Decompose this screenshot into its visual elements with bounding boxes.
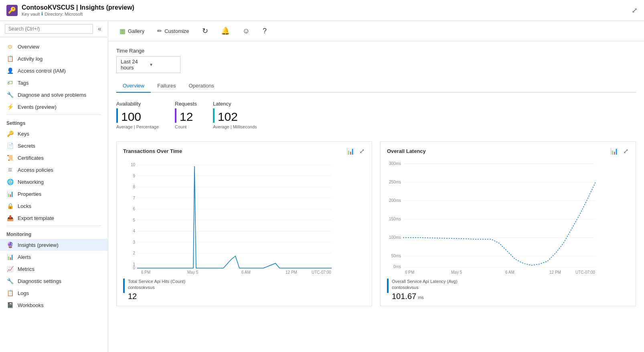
sidebar-collapse-button[interactable]: « (96, 24, 103, 33)
sidebar-item-access-control[interactable]: 👤 Access control (IAM) (0, 65, 108, 77)
sidebar-item-certificates[interactable]: 📜 Certificates (0, 152, 108, 164)
requests-sub: Count (175, 124, 197, 129)
sidebar-label-logs: Logs (18, 290, 29, 296)
sidebar-label-overview: Overview (18, 44, 39, 50)
latency-legend: Overall Service Api Latency (Avg) contos… (387, 279, 629, 301)
charts-row: Transactions Over Time 📊 ⤢ 10 9 8 7 (116, 141, 636, 306)
gallery-button[interactable]: ▦ Gallery (116, 26, 148, 37)
sidebar-label-diagnostic-settings: Diagnostic settings (18, 278, 61, 284)
header: 🔑 ContosoKVSCUS | Insights (preview) Key… (0, 0, 644, 21)
svg-text:100ms: 100ms (389, 235, 401, 240)
availability-sub: Average | Percentage (116, 124, 159, 129)
sidebar-item-properties[interactable]: 📊 Properties (0, 188, 108, 200)
transactions-metrics-button[interactable]: 📊 (346, 146, 355, 156)
certificates-icon: 📜 (6, 154, 14, 161)
requests-bar (175, 108, 176, 123)
gallery-grid-icon: ▦ (119, 27, 126, 35)
latency-chart-footer: Overall Service Api Latency (Avg) contos… (387, 279, 629, 301)
diagnose-icon: 🔧 (6, 91, 14, 98)
time-range-dropdown[interactable]: Last 24 hours ▾ (116, 56, 180, 73)
keyvault-logo-icon: 🔑 (6, 5, 18, 16)
transactions-legend-label: Total Service Api Hits (Count) (128, 279, 185, 285)
sidebar-item-access-policies[interactable]: ≡ Access policies (0, 164, 108, 176)
sidebar-item-diagnostic-settings[interactable]: 🔧 Diagnostic settings (0, 275, 108, 287)
metric-requests: Requests 12 Count (175, 101, 197, 129)
sidebar-label-events: Events (preview) (18, 104, 57, 110)
pin-button[interactable]: ⤢ (632, 6, 638, 15)
workbooks-icon: 📓 (6, 301, 14, 309)
header-subtitle: Key vault ℹ Directory: Microsoft (22, 11, 134, 16)
logs-icon: 📋 (6, 289, 14, 297)
sidebar-item-insights[interactable]: 🔮 Insights (preview) (0, 239, 108, 251)
content-toolbar: ▦ Gallery ✏ Customize ↻ 🔔 ☺ ? (108, 21, 644, 41)
metrics-icon: 📈 (6, 265, 14, 273)
transactions-legend: Total Service Api Hits (Count) contosokv… (123, 279, 365, 301)
svg-text:12 PM: 12 PM (549, 270, 561, 275)
help-button[interactable]: ? (259, 25, 270, 37)
latency-pin-button[interactable]: ⤢ (622, 146, 629, 156)
notification-button[interactable]: 🔔 (218, 25, 233, 37)
refresh-button[interactable]: ↻ (199, 25, 211, 37)
sidebar-label-keys: Keys (18, 131, 29, 137)
sidebar-item-alerts[interactable]: 📊 Alerts (0, 251, 108, 263)
latency-bar (213, 108, 215, 123)
svg-text:6 AM: 6 AM (241, 270, 251, 275)
sidebar-item-export-template[interactable]: 📤 Export template (0, 212, 108, 224)
sidebar-item-metrics[interactable]: 📈 Metrics (0, 263, 108, 275)
transactions-legend-info: Total Service Api Hits (Count) contosokv… (128, 279, 185, 301)
sidebar-item-events[interactable]: ⚡ Events (preview) (0, 101, 108, 113)
transactions-legend-sub: contosokvsus (128, 285, 185, 291)
availability-value-row: 100 (116, 108, 159, 123)
transactions-chart-actions: 📊 ⤢ (346, 146, 365, 156)
svg-text:5: 5 (133, 218, 135, 222)
search-input[interactable] (5, 24, 93, 34)
sidebar-item-secrets[interactable]: 📄 Secrets (0, 140, 108, 152)
transactions-chart-panel: Transactions Over Time 📊 ⤢ 10 9 8 7 (116, 141, 372, 306)
tab-operations[interactable]: Operations (182, 79, 221, 93)
refresh-icon: ↻ (202, 26, 208, 35)
sidebar-label-diagnose: Diagnose and solve problems (18, 92, 86, 98)
transactions-chart-svg-wrapper: 10 9 8 7 6 5 4 3 2 1 0 (123, 159, 365, 275)
latency-value: 102 (218, 111, 238, 123)
latency-chart-svg: 300ms 250ms 200ms 150ms 100ms 50ms 0ms (387, 159, 599, 275)
sidebar-item-tags[interactable]: 🏷 Tags (0, 77, 108, 89)
sidebar-item-keys[interactable]: 🔑 Keys (0, 128, 108, 140)
latency-chart-actions: 📊 ⤢ (610, 146, 629, 156)
overview-icon: ⊙ (6, 43, 14, 50)
transactions-chart-title: Transactions Over Time (123, 148, 182, 154)
activity-log-icon: 📋 (6, 55, 14, 62)
svg-text:0: 0 (133, 266, 135, 270)
latency-metrics-button[interactable]: 📊 (610, 146, 619, 156)
requests-value: 12 (180, 111, 193, 123)
svg-text:6 PM: 6 PM (141, 270, 150, 275)
sidebar-nav: ⊙ Overview 📋 Activity log 👤 Access contr… (0, 37, 108, 352)
transactions-chart-header: Transactions Over Time 📊 ⤢ (123, 146, 365, 156)
tab-failures[interactable]: Failures (151, 79, 182, 93)
latency-chart-title: Overall Latency (387, 148, 426, 154)
sidebar-item-activity-log[interactable]: 📋 Activity log (0, 53, 108, 65)
svg-text:300ms: 300ms (389, 161, 401, 166)
latency-label: Latency (213, 101, 257, 107)
vault-label: Key vault (22, 12, 40, 16)
svg-text:12 PM: 12 PM (286, 270, 297, 275)
sidebar-label-access-control: Access control (IAM) (18, 68, 66, 74)
feedback-button[interactable]: ☺ (239, 25, 253, 37)
sidebar-label-networking: Networking (18, 179, 44, 185)
sidebar-item-diagnose[interactable]: 🔧 Diagnose and solve problems (0, 89, 108, 101)
sidebar-item-locks[interactable]: 🔒 Locks (0, 200, 108, 212)
access-policies-icon: ≡ (6, 166, 14, 173)
transactions-legend-bar (123, 279, 125, 293)
svg-text:3: 3 (133, 240, 135, 244)
svg-text:50ms: 50ms (391, 254, 401, 258)
sidebar-item-overview[interactable]: ⊙ Overview (0, 41, 108, 53)
sidebar-item-workbooks[interactable]: 📓 Workbooks (0, 299, 108, 311)
latency-legend-value: 101.67 (392, 292, 416, 301)
customize-button[interactable]: ✏ Customize (154, 26, 192, 36)
export-template-icon: 📤 (6, 214, 14, 222)
time-range-section: Time Range Last 24 hours ▾ (116, 48, 636, 73)
transactions-pin-button[interactable]: ⤢ (358, 146, 365, 156)
tab-overview[interactable]: Overview (116, 79, 151, 93)
latency-sub: Average | Milliseconds (213, 124, 257, 129)
sidebar-item-networking[interactable]: 🌐 Networking (0, 176, 108, 188)
sidebar-item-logs[interactable]: 📋 Logs (0, 287, 108, 299)
